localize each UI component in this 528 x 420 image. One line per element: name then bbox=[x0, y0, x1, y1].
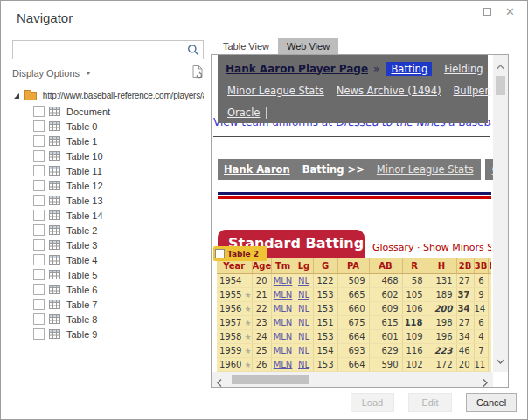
search-input[interactable] bbox=[12, 40, 204, 59]
refresh-icon[interactable] bbox=[191, 65, 204, 82]
tree-item[interactable]: Table 8 bbox=[12, 312, 204, 327]
view-tabs: Table View Web View bbox=[214, 38, 338, 55]
tree-item[interactable]: Table 11 bbox=[12, 163, 204, 178]
team-league-link[interactable]: NL bbox=[298, 304, 309, 313]
table-cell: 6 bbox=[474, 315, 488, 329]
vertical-scroll-thumb[interactable] bbox=[496, 76, 505, 95]
menu-link[interactable]: Bullpen bbox=[453, 85, 490, 97]
table-2-label: Table 2 bbox=[227, 250, 259, 258]
search-row bbox=[12, 40, 204, 59]
table-icon bbox=[49, 285, 60, 294]
horizontal-scroll-thumb[interactable] bbox=[232, 375, 309, 384]
tree-item[interactable]: Document bbox=[12, 104, 204, 119]
vertical-scrollbar[interactable] bbox=[493, 55, 508, 372]
checkbox[interactable] bbox=[33, 135, 45, 147]
team-league-link[interactable]: MLN bbox=[274, 290, 293, 300]
tree-item[interactable]: Table 7 bbox=[12, 297, 204, 312]
tree-root[interactable]: http://www.baseball-reference.com/player… bbox=[12, 88, 204, 103]
close-icon[interactable]: ✕ bbox=[505, 6, 515, 17]
menu-row: Minor League StatsNews Archive (1494)Bul… bbox=[226, 79, 488, 101]
tree-item[interactable]: Table 3 bbox=[12, 238, 204, 252]
menu-link[interactable]: Batting bbox=[386, 62, 432, 76]
team-league-link[interactable]: MLN bbox=[274, 276, 293, 286]
table-cell: 1958★ bbox=[217, 329, 252, 343]
team-league-link[interactable]: MLN bbox=[274, 318, 293, 327]
column-header: PA bbox=[337, 258, 369, 273]
tree-item[interactable]: Table 10 bbox=[12, 148, 204, 163]
tree-item[interactable]: Table 12 bbox=[12, 178, 204, 193]
checkbox[interactable] bbox=[33, 180, 45, 191]
menu-row: Hank Aaron Player Page » BattingFielding bbox=[226, 58, 488, 79]
glossary-link[interactable]: Glossary bbox=[372, 242, 414, 253]
scroll-down-icon[interactable] bbox=[496, 353, 505, 368]
checkbox[interactable] bbox=[33, 150, 45, 162]
checkbox[interactable] bbox=[33, 299, 45, 310]
team-league-link[interactable]: MLN bbox=[274, 346, 293, 355]
checkbox[interactable] bbox=[33, 195, 45, 206]
table-2-tag[interactable]: Table 2 bbox=[213, 246, 267, 261]
checkbox[interactable] bbox=[33, 328, 45, 340]
menu-link[interactable]: Oracle bbox=[227, 107, 260, 119]
checkbox[interactable] bbox=[33, 269, 45, 280]
team-league-link[interactable]: NL bbox=[298, 290, 309, 300]
menu-link[interactable]: Fielding bbox=[444, 63, 483, 75]
tree-item[interactable]: Table 2 bbox=[12, 223, 204, 238]
checkbox[interactable] bbox=[33, 106, 45, 117]
tree-item[interactable]: Table 13 bbox=[12, 193, 204, 208]
show-minors-link[interactable]: Show Minors Sta bbox=[423, 242, 491, 253]
expander-icon[interactable] bbox=[14, 93, 19, 99]
checkbox[interactable] bbox=[33, 210, 45, 221]
table-cell: 198 bbox=[427, 315, 456, 329]
tree-item[interactable]: Table 0 bbox=[12, 119, 204, 134]
tree-item[interactable]: Table 6 bbox=[12, 282, 204, 297]
checkbox[interactable] bbox=[33, 239, 45, 251]
tree-item[interactable]: Table 5 bbox=[12, 267, 204, 282]
checkbox[interactable] bbox=[33, 254, 45, 265]
table-cell: 1959★ bbox=[217, 343, 252, 357]
tree-item[interactable]: Table 4 bbox=[12, 252, 204, 267]
scroll-up-icon[interactable] bbox=[496, 59, 505, 74]
cancel-button[interactable]: Cancel bbox=[466, 393, 517, 412]
checkbox[interactable] bbox=[33, 224, 45, 236]
team-league-link[interactable]: NL bbox=[298, 346, 309, 355]
tree-item-label: Table 10 bbox=[66, 151, 103, 162]
team-league-link[interactable]: NL bbox=[298, 276, 309, 286]
all-star-icon: ★ bbox=[244, 291, 251, 300]
tab-table-view[interactable]: Table View bbox=[214, 38, 278, 55]
display-options-button[interactable]: Display Options bbox=[12, 68, 80, 79]
player-link[interactable]: Hank Aaron bbox=[224, 163, 290, 176]
table-cell: 509 bbox=[337, 273, 369, 287]
restore-icon[interactable] bbox=[483, 8, 491, 16]
tree-item[interactable]: Table 1 bbox=[12, 134, 204, 148]
tree-item[interactable]: Table 9 bbox=[12, 327, 204, 341]
checkbox[interactable] bbox=[33, 165, 45, 176]
tree-item[interactable]: Table 14 bbox=[12, 208, 204, 223]
team-league-link[interactable]: MLN bbox=[274, 304, 293, 313]
checkbox[interactable] bbox=[33, 284, 45, 295]
table-cell: MLN bbox=[271, 287, 295, 301]
table-cell: MLN bbox=[271, 301, 295, 315]
checkbox[interactable] bbox=[33, 313, 45, 325]
team-league-link[interactable]: MLN bbox=[274, 332, 293, 341]
horizontal-scrollbar[interactable] bbox=[212, 372, 493, 387]
team-league-link[interactable]: MLN bbox=[274, 360, 293, 369]
scroll-left-icon[interactable] bbox=[216, 375, 223, 391]
team-league-link[interactable]: NL bbox=[298, 360, 309, 369]
table-cell: 9 bbox=[474, 287, 488, 301]
scroll-right-icon[interactable] bbox=[482, 375, 489, 391]
player-page-link[interactable]: Hank Aaron Player Page bbox=[226, 63, 368, 75]
tree-item-label: Document bbox=[66, 107, 110, 117]
menu-link[interactable]: Minor League Stats bbox=[227, 85, 324, 97]
team-league-link[interactable]: NL bbox=[298, 332, 309, 341]
chevron-right-icon: » bbox=[373, 63, 379, 75]
table-2-checkbox[interactable] bbox=[215, 249, 225, 258]
web-page-content: View team uniforms at Dressed to the Nin… bbox=[212, 55, 493, 372]
team-league-link[interactable]: NL bbox=[298, 318, 309, 327]
tab-web-view[interactable]: Web View bbox=[278, 38, 338, 55]
minor-league-link[interactable]: Minor League Stats bbox=[377, 163, 474, 176]
table-cell: 1960★ bbox=[217, 357, 252, 371]
menu-link[interactable]: News Archive (1494) bbox=[337, 85, 441, 97]
footer: Load Edit Cancel bbox=[1, 393, 527, 412]
search-icon[interactable] bbox=[187, 44, 199, 59]
checkbox[interactable] bbox=[33, 120, 45, 132]
